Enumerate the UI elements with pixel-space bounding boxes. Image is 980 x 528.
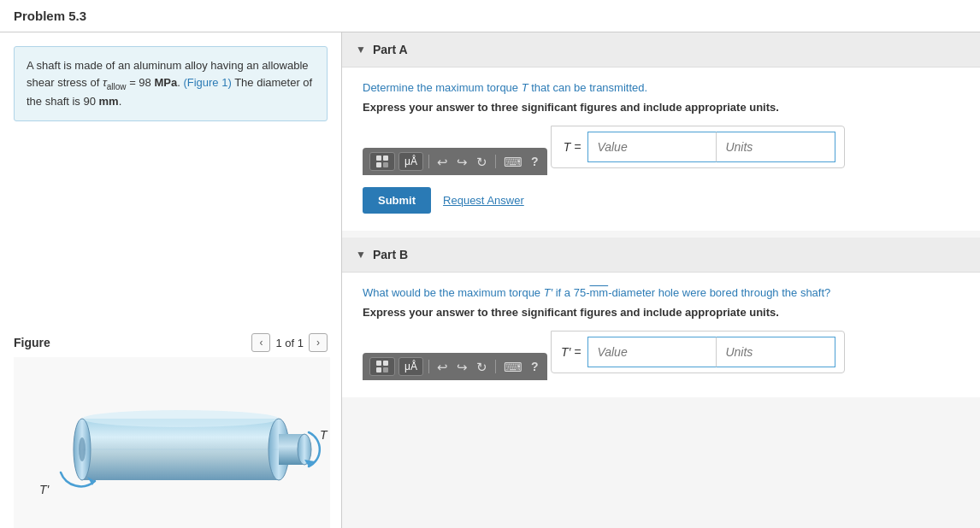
figure-page-label: 1 of 1: [275, 337, 304, 349]
svg-rect-20: [383, 367, 388, 373]
part-a-section: ▼ Part A Determine the maximum torque T …: [342, 32, 980, 231]
part-b-section: ▼ Part B What would be the maximum torqu…: [342, 238, 980, 397]
part-a-undo-button[interactable]: ↩: [434, 155, 451, 168]
part-a-instruction: Express your answer to three significant…: [363, 101, 959, 114]
figure-section: Figure ‹ 1 of 1 ›: [0, 326, 341, 528]
part-a-matrix-button[interactable]: [369, 152, 395, 171]
part-a-title: Part A: [373, 43, 408, 56]
figure-nav: ‹ 1 of 1 ›: [251, 333, 328, 352]
figure-prev-button[interactable]: ‹: [251, 333, 270, 352]
part-a-header[interactable]: ▼ Part A: [342, 32, 980, 67]
part-b-refresh-button[interactable]: ↻: [474, 361, 490, 373]
part-b-toolbar: μÅ ↩ ↪ ↻ ⌨ ?: [363, 353, 547, 380]
svg-rect-19: [376, 367, 381, 373]
part-b-chevron: ▼: [356, 249, 366, 261]
figure-next-button[interactable]: ›: [309, 333, 328, 352]
figure-label: Figure: [14, 336, 50, 349]
svg-point-6: [298, 434, 311, 465]
svg-text:T: T: [320, 428, 328, 442]
part-b-title: Part B: [373, 248, 408, 261]
part-b-keyboard-button[interactable]: ⌨: [501, 361, 525, 373]
svg-point-12: [79, 437, 86, 461]
part-a-input-container: T =: [551, 126, 845, 168]
part-a-toolbar: μÅ ↩ ↪ ↻ ⌨ ?: [363, 148, 547, 175]
part-a-units-input[interactable]: [716, 132, 835, 162]
part-b-instruction: Express your answer to three significant…: [363, 306, 959, 319]
part-b-redo-button[interactable]: ↪: [454, 361, 470, 373]
part-a-description: Determine the maximum torque T that can …: [363, 81, 959, 94]
part-a-request-answer-button[interactable]: Request Answer: [443, 194, 524, 207]
part-a-keyboard-button[interactable]: ⌨: [501, 155, 525, 168]
toolbar-sep-2: [495, 155, 496, 168]
problem-desc-line1: A shaft is made of an aluminum alloy hav…: [27, 59, 312, 108]
svg-text:T': T': [39, 483, 50, 496]
part-b-matrix-button[interactable]: [369, 357, 395, 376]
problem-description: A shaft is made of an aluminum alloy hav…: [14, 46, 328, 121]
main-content: A shaft is made of an aluminum alloy hav…: [0, 32, 980, 528]
problem-header: Problem 5.3: [0, 0, 980, 32]
part-a-refresh-button[interactable]: ↻: [474, 155, 490, 168]
page-container: Problem 5.3 A shaft is made of an alumin…: [0, 0, 980, 528]
figure-image: T T': [14, 357, 330, 528]
problem-title: Problem 5.3: [14, 9, 86, 23]
left-panel: A shaft is made of an aluminum alloy hav…: [0, 32, 342, 528]
part-a-action-row: Submit Request Answer: [363, 187, 959, 214]
part-a-redo-button[interactable]: ↪: [454, 155, 470, 168]
figure-label-row: Figure ‹ 1 of 1 ›: [14, 333, 328, 352]
part-b-input-label: T′ =: [560, 345, 581, 359]
part-b-undo-button[interactable]: ↩: [434, 361, 451, 373]
matrix-icon-b: [375, 360, 389, 373]
part-b-value-input[interactable]: [587, 337, 716, 367]
part-b-body: What would be the maximum torque T′ if a…: [342, 273, 980, 397]
part-b-header[interactable]: ▼ Part B: [342, 238, 980, 273]
shaft-illustration: T T': [14, 357, 330, 528]
part-a-body: Determine the maximum torque T that can …: [342, 67, 980, 231]
part-a-submit-button[interactable]: Submit: [363, 187, 431, 214]
toolbar-sep-1: [428, 155, 429, 168]
svg-rect-18: [383, 361, 388, 366]
svg-rect-16: [383, 162, 388, 167]
part-a-value-input[interactable]: [587, 132, 716, 162]
svg-rect-17: [376, 361, 381, 366]
svg-rect-14: [383, 155, 388, 161]
part-b-units-input[interactable]: [716, 337, 835, 367]
toolbar-sep-b-1: [428, 360, 429, 373]
toolbar-sep-b-2: [495, 360, 496, 373]
part-a-input-label: T =: [560, 140, 581, 154]
right-panel[interactable]: ▼ Part A Determine the maximum torque T …: [342, 32, 980, 528]
part-b-input-row: T′ =: [552, 331, 844, 373]
part-b-description: What would be the maximum torque T′ if a…: [363, 286, 959, 299]
part-a-help-button[interactable]: ?: [528, 155, 541, 167]
part-a-chevron: ▼: [356, 44, 366, 56]
part-a-input-row: T =: [552, 126, 844, 167]
part-b-input-container: T′ =: [551, 331, 845, 373]
svg-rect-13: [376, 155, 381, 161]
svg-rect-15: [376, 162, 381, 167]
svg-point-2: [82, 410, 279, 427]
part-a-mu-button[interactable]: μÅ: [398, 152, 423, 171]
matrix-icon: [375, 155, 389, 168]
part-b-help-button[interactable]: ?: [528, 361, 541, 373]
part-b-mu-button[interactable]: μÅ: [398, 357, 423, 376]
